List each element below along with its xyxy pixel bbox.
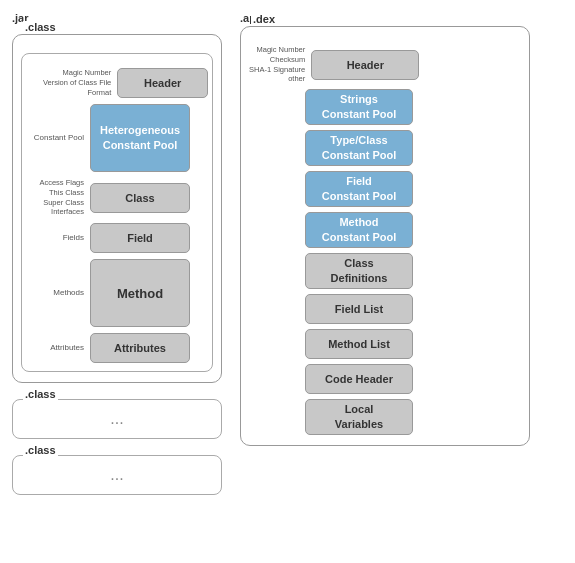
method-cp-row: Method Constant Pool bbox=[249, 212, 521, 248]
class-block: Class bbox=[90, 183, 190, 213]
method-label: Methods bbox=[26, 288, 84, 298]
dex-label: .dex bbox=[251, 13, 277, 25]
constant-pool-block: Heterogeneous Constant Pool bbox=[90, 104, 190, 172]
field-list-row: Field List bbox=[249, 294, 521, 324]
header-label: Magic Number Version of Class File Forma… bbox=[26, 68, 111, 97]
apk-header-row: Magic Number Checksum SHA-1 Signature ot… bbox=[249, 45, 521, 84]
constant-pool-label: Constant Pool bbox=[26, 133, 84, 143]
apk-header-label: Magic Number Checksum SHA-1 Signature ot… bbox=[249, 45, 305, 84]
class-extra-2: .class ... bbox=[12, 455, 222, 495]
method-cp-block: Method Constant Pool bbox=[305, 212, 413, 248]
code-header-row: Code Header bbox=[249, 364, 521, 394]
dex-rows: Magic Number Checksum SHA-1 Signature ot… bbox=[249, 45, 521, 435]
class-extra-1: .class ... bbox=[12, 399, 222, 439]
class-extra-1-label: .class bbox=[23, 388, 58, 400]
field-row: Fields Field bbox=[26, 223, 208, 253]
attributes-row: Attributes Attributes bbox=[26, 333, 208, 363]
apk-label: .apk bbox=[240, 12, 530, 24]
class-inner-box: Magic Number Version of Class File Forma… bbox=[21, 53, 213, 372]
header-row: Magic Number Version of Class File Forma… bbox=[26, 68, 208, 98]
jar-section: .jar .class Magic Number Version of Clas… bbox=[12, 12, 222, 495]
type-cp-block: Type/Class Constant Pool bbox=[305, 130, 413, 166]
apk-header-block: Header bbox=[311, 50, 419, 80]
field-list-block: Field List bbox=[305, 294, 413, 324]
class-def-row: Class Definitions bbox=[249, 253, 521, 289]
class-row: Access Flags This Class Super Class Inte… bbox=[26, 178, 208, 217]
strings-cp-block: Strings Constant Pool bbox=[305, 89, 413, 125]
diagram-container: .jar .class Magic Number Version of Clas… bbox=[12, 12, 563, 495]
constant-pool-row: Constant Pool Heterogeneous Constant Poo… bbox=[26, 104, 208, 172]
local-vars-row: Local Variables bbox=[249, 399, 521, 435]
class-outer-box: .class Magic Number Version of Class Fil… bbox=[12, 34, 222, 383]
method-row: Methods Method bbox=[26, 259, 208, 327]
field-label: Fields bbox=[26, 233, 84, 243]
ellipsis-1: ... bbox=[110, 410, 123, 428]
apk-section: .apk .dex Magic Number Checksum SHA-1 Si… bbox=[240, 12, 530, 495]
class-row-label: Access Flags This Class Super Class Inte… bbox=[26, 178, 84, 217]
class-def-block: Class Definitions bbox=[305, 253, 413, 289]
method-list-row: Method List bbox=[249, 329, 521, 359]
attributes-label: Attributes bbox=[26, 343, 84, 353]
class-outer-label: .class bbox=[23, 21, 58, 33]
code-header-block: Code Header bbox=[305, 364, 413, 394]
method-list-block: Method List bbox=[305, 329, 413, 359]
ellipsis-2: ... bbox=[110, 466, 123, 484]
field-cp-row: Field Constant Pool bbox=[249, 171, 521, 207]
method-block: Method bbox=[90, 259, 190, 327]
strings-cp-row: Strings Constant Pool bbox=[249, 89, 521, 125]
class-extra-2-label: .class bbox=[23, 444, 58, 456]
header-block: Header bbox=[117, 68, 208, 98]
local-vars-block: Local Variables bbox=[305, 399, 413, 435]
type-cp-row: Type/Class Constant Pool bbox=[249, 130, 521, 166]
field-block: Field bbox=[90, 223, 190, 253]
field-cp-block: Field Constant Pool bbox=[305, 171, 413, 207]
dex-outer-box: .dex Magic Number Checksum SHA-1 Signatu… bbox=[240, 26, 530, 446]
attributes-block: Attributes bbox=[90, 333, 190, 363]
